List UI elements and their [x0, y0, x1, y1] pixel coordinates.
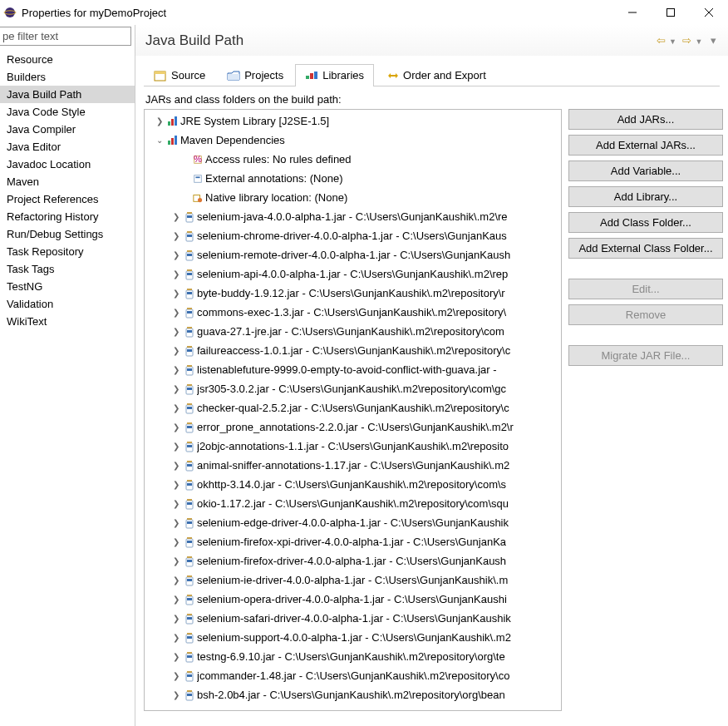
- tree-node-jar[interactable]: ❯selenium-chrome-driver-4.0.0-alpha-1.ja…: [145, 226, 561, 245]
- tree-node-jar[interactable]: ❯guava-27.1-jre.jar - C:\Users\GunjanKau…: [145, 322, 561, 341]
- chevron-icon[interactable]: ❯: [170, 633, 182, 642]
- nav-item[interactable]: Builders: [0, 68, 135, 86]
- chevron-icon[interactable]: ❯: [170, 480, 182, 489]
- tree-node-jar[interactable]: ❯bsh-2.0b4.jar - C:\Users\GunjanKaushik\…: [145, 685, 561, 704]
- nav-item[interactable]: WikiText: [0, 313, 135, 330]
- chevron-icon[interactable]: ❯: [170, 231, 182, 240]
- add-class-folder-button[interactable]: Add Class Folder...: [568, 212, 723, 233]
- nav-item[interactable]: Java Code Style: [0, 103, 135, 121]
- tree-node-jar[interactable]: ❯selenium-remote-driver-4.0.0-alpha-1.ja…: [145, 245, 561, 264]
- tree-node-annotations[interactable]: External annotations: (None): [145, 169, 561, 188]
- tree-node-jar[interactable]: ❯commons-exec-1.3.jar - C:\Users\GunjanK…: [145, 303, 561, 322]
- maximize-button[interactable]: [652, 0, 690, 25]
- tree-node-jar[interactable]: ❯j2objc-annotations-1.1.jar - C:\Users\G…: [145, 437, 561, 456]
- tree-node-jar[interactable]: ❯okio-1.17.2.jar - C:\Users\GunjanKaushi…: [145, 494, 561, 513]
- chevron-icon[interactable]: ❯: [170, 422, 182, 432]
- chevron-icon[interactable]: ❯: [170, 308, 182, 317]
- chevron-icon[interactable]: ❯: [170, 614, 182, 623]
- tree-node-access[interactable]: %Access rules: No rules defined: [145, 150, 561, 169]
- nav-item[interactable]: Javadoc Location: [0, 156, 135, 173]
- svg-rect-17: [175, 136, 177, 145]
- tree-node-jre[interactable]: ❯JRE System Library [J2SE-1.5]: [145, 111, 561, 131]
- svg-rect-88: [187, 617, 192, 620]
- add-jars-button[interactable]: Add JARs...: [568, 109, 723, 130]
- chevron-icon[interactable]: ❯: [153, 116, 165, 126]
- chevron-icon[interactable]: ❯: [170, 365, 182, 374]
- filter-input[interactable]: pe filter text: [0, 27, 131, 46]
- nav-item[interactable]: Validation: [0, 295, 135, 313]
- tab-projects[interactable]: Projects: [217, 64, 293, 86]
- tree-node-jar[interactable]: ❯checker-qual-2.5.2.jar - C:\Users\Gunja…: [145, 398, 561, 417]
- chevron-icon[interactable]: ❯: [170, 575, 182, 585]
- tree-node-jar[interactable]: ❯animal-sniffer-annotations-1.17.jar - C…: [145, 456, 561, 475]
- nav-item[interactable]: Task Repository: [0, 243, 135, 260]
- chevron-icon[interactable]: ❯: [170, 461, 182, 470]
- tree-node-jar[interactable]: ❯listenablefuture-9999.0-empty-to-avoid-…: [145, 360, 561, 379]
- chevron-icon[interactable]: ❯: [170, 690, 182, 699]
- tree-node-jar[interactable]: ❯selenium-safari-driver-4.0.0-alpha-1.ja…: [145, 609, 561, 628]
- tree-node-jar[interactable]: ❯byte-buddy-1.9.12.jar - C:\Users\Gunjan…: [145, 284, 561, 303]
- history-nav-icons[interactable]: ⇦▼ ⇨▼ ▾: [655, 34, 718, 47]
- tree-node-jar[interactable]: ❯selenium-support-4.0.0-alpha-1.jar - C:…: [145, 628, 561, 647]
- chevron-icon[interactable]: ❯: [170, 384, 182, 393]
- tree-node-jar[interactable]: ❯selenium-firefox-xpi-driver-4.0.0-alpha…: [145, 532, 561, 551]
- chevron-icon[interactable]: ❯: [170, 403, 182, 412]
- chevron-icon[interactable]: ❯: [170, 442, 182, 451]
- tree-node-jar[interactable]: ❯selenium-ie-driver-4.0.0-alpha-1.jar - …: [145, 570, 561, 590]
- add-variable-button[interactable]: Add Variable...: [568, 161, 723, 181]
- tab-order-and-export[interactable]: Order and Export: [376, 64, 496, 86]
- nav-item[interactable]: Project References: [0, 190, 135, 208]
- titlebar: Properties for myDemoProject: [0, 0, 728, 25]
- chevron-icon[interactable]: ❯: [170, 595, 182, 604]
- category-tree[interactable]: ResourceBuildersJava Build PathJava Code…: [0, 47, 135, 333]
- chevron-icon[interactable]: ❯: [170, 537, 182, 546]
- nav-item[interactable]: Java Compiler: [0, 121, 135, 138]
- chevron-icon[interactable]: ❯: [170, 250, 182, 259]
- close-button[interactable]: [690, 0, 728, 25]
- libraries-tree[interactable]: ❯JRE System Library [J2SE-1.5]⌄Maven Dep…: [144, 109, 562, 711]
- tree-node-jar[interactable]: ❯selenium-api-4.0.0-alpha-1.jar - C:\Use…: [145, 264, 561, 284]
- svg-rect-52: [187, 388, 192, 390]
- minimize-button[interactable]: [613, 0, 652, 25]
- tab-source[interactable]: Source: [144, 64, 215, 86]
- tree-node-jar[interactable]: ❯selenium-java-4.0.0-alpha-1.jar - C:\Us…: [145, 207, 561, 226]
- chevron-icon[interactable]: ❯: [170, 269, 182, 279]
- chevron-icon[interactable]: ❯: [170, 212, 182, 221]
- tree-node-native[interactable]: Native library location: (None): [145, 188, 561, 207]
- tree-node-jar[interactable]: ❯error_prone_annotations-2.2.0.jar - C:\…: [145, 417, 561, 437]
- chevron-icon[interactable]: ❯: [170, 346, 182, 355]
- add-external-class-folder-button[interactable]: Add External Class Folder...: [568, 238, 723, 259]
- nav-item[interactable]: Run/Debug Settings: [0, 225, 135, 243]
- tree-node-jar[interactable]: ❯selenium-firefox-driver-4.0.0-alpha-1.j…: [145, 551, 561, 570]
- chevron-icon[interactable]: ❯: [170, 499, 182, 508]
- chevron-icon[interactable]: ❯: [170, 652, 182, 661]
- nav-item[interactable]: Java Build Path: [0, 86, 135, 103]
- nav-item[interactable]: Task Tags: [0, 260, 135, 278]
- add-library-button[interactable]: Add Library...: [568, 186, 723, 207]
- tree-node-jar[interactable]: ❯selenium-edge-driver-4.0.0-alpha-1.jar …: [145, 513, 561, 532]
- tree-node-maven[interactable]: ⌄Maven Dependencies: [145, 131, 561, 150]
- chevron-icon[interactable]: ⌄: [153, 136, 165, 145]
- nav-item[interactable]: Refactoring History: [0, 208, 135, 225]
- chevron-icon[interactable]: ❯: [170, 327, 182, 336]
- chevron-icon[interactable]: ❯: [170, 289, 182, 298]
- nav-item[interactable]: Resource: [0, 51, 135, 68]
- svg-rect-56: [187, 403, 192, 405]
- nav-item[interactable]: Java Editor: [0, 138, 135, 156]
- nav-item[interactable]: TestNG: [0, 278, 135, 295]
- forward-icon[interactable]: ⇨: [682, 34, 691, 47]
- tab-libraries[interactable]: Libraries: [295, 64, 374, 86]
- nav-item[interactable]: Maven: [0, 173, 135, 190]
- tree-node-jar[interactable]: ❯jsr305-3.0.2.jar - C:\Users\GunjanKaush…: [145, 379, 561, 398]
- add-external-jars-button[interactable]: Add External JARs...: [568, 135, 723, 156]
- tree-node-jar[interactable]: ❯testng-6.9.10.jar - C:\Users\GunjanKaus…: [145, 647, 561, 666]
- chevron-icon[interactable]: ❯: [170, 518, 182, 527]
- tree-node-jar[interactable]: ❯failureaccess-1.0.1.jar - C:\Users\Gunj…: [145, 341, 561, 360]
- back-icon[interactable]: ⇦: [657, 34, 666, 47]
- tree-icon: [182, 479, 197, 491]
- chevron-icon[interactable]: ❯: [170, 671, 182, 680]
- chevron-icon[interactable]: ❯: [170, 556, 182, 565]
- tree-node-jar[interactable]: ❯okhttp-3.14.0.jar - C:\Users\GunjanKaus…: [145, 475, 561, 494]
- tree-node-jar[interactable]: ❯selenium-opera-driver-4.0.0-alpha-1.jar…: [145, 590, 561, 609]
- tree-node-jar[interactable]: ❯jcommander-1.48.jar - C:\Users\GunjanKa…: [145, 666, 561, 685]
